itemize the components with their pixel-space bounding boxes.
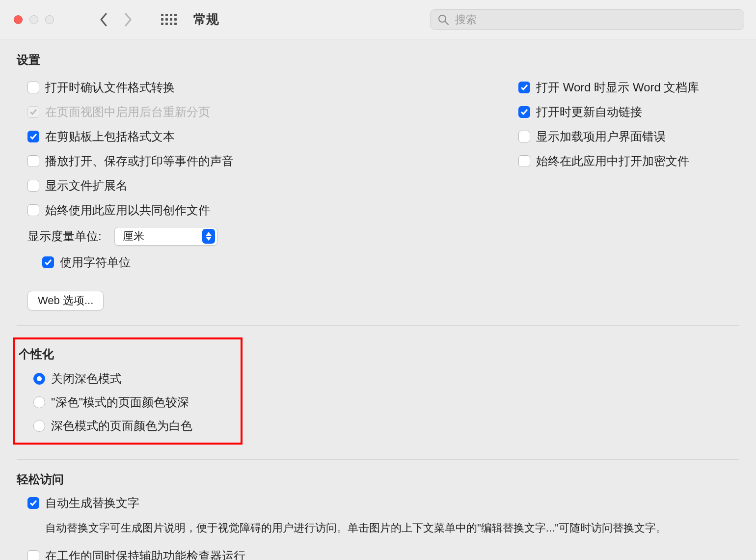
select-value: 厘米 xyxy=(123,229,144,244)
nav-arrows xyxy=(98,14,134,26)
radio-label: "深色"模式的页面颜色较深 xyxy=(51,394,189,410)
toolbar: 常规 xyxy=(0,0,756,39)
radio-label: 关闭深色模式 xyxy=(51,371,122,387)
checkbox-label: 在剪贴板上包括格式文本 xyxy=(45,129,175,144)
checkbox-label: 打开时确认文件格式转换 xyxy=(45,80,175,95)
checkbox[interactable] xyxy=(27,82,39,93)
setting-update-links[interactable]: 打开时更新自动链接 xyxy=(518,104,739,120)
forward-button[interactable] xyxy=(122,14,134,26)
checkbox-label: 显示文件扩展名 xyxy=(45,178,128,194)
setting-background-repagination: 在页面视图中启用后台重新分页 xyxy=(27,104,507,120)
content: 设置 打开时确认文件格式转换 在页面视图中启用后台重新分页 在剪贴板上包括格式文… xyxy=(0,39,756,560)
checkbox[interactable] xyxy=(518,131,530,142)
checkbox[interactable] xyxy=(518,155,530,167)
settings-right-column: 打开 Word 时显示 Word 文档库 打开时更新自动链接 显示加载项用户界面… xyxy=(518,76,739,310)
checkbox[interactable] xyxy=(27,155,39,167)
window-controls xyxy=(14,15,54,24)
maximize-window-button[interactable] xyxy=(45,15,54,24)
radio-dark-page-dark[interactable]: "深色"模式的页面颜色较深 xyxy=(33,394,236,410)
checkbox-label: 显示加载项用户界面错误 xyxy=(536,129,666,144)
setting-keep-accessibility-checker[interactable]: 在工作的同时保持辅助功能检查器运行 xyxy=(27,548,739,560)
checkbox-label: 在工作的同时保持辅助功能检查器运行 xyxy=(45,548,245,560)
radio-dark-page-white[interactable]: 深色模式的页面颜色为白色 xyxy=(33,418,236,434)
radio[interactable] xyxy=(33,396,45,408)
checkbox-label: 使用字符单位 xyxy=(60,254,131,270)
section-title-accessibility: 轻松访问 xyxy=(17,472,739,487)
setting-show-extensions[interactable]: 显示文件扩展名 xyxy=(27,178,507,194)
setting-clipboard-formatted[interactable]: 在剪贴板上包括格式文本 xyxy=(27,129,507,144)
search-icon xyxy=(437,14,449,26)
divider xyxy=(17,459,739,460)
checkbox-label: 始终使用此应用以共同创作文件 xyxy=(45,202,210,218)
checkbox[interactable] xyxy=(42,256,54,268)
checkbox-label: 自动生成替换文字 xyxy=(45,495,139,511)
settings-left-column: 打开时确认文件格式转换 在页面视图中启用后台重新分页 在剪贴板上包括格式文本 播… xyxy=(17,76,507,310)
checkbox-label: 在页面视图中启用后台重新分页 xyxy=(45,104,210,120)
updown-icon xyxy=(202,229,215,244)
setting-measurement-unit: 显示度量单位: 厘米 xyxy=(27,227,507,246)
svg-line-1 xyxy=(445,21,448,25)
web-options-button[interactable]: Web 选项... xyxy=(27,291,104,310)
search-box[interactable] xyxy=(430,9,744,30)
radio[interactable] xyxy=(33,420,45,432)
radio-dark-off[interactable]: 关闭深色模式 xyxy=(33,371,236,387)
checkbox-label: 打开 Word 时显示 Word 文档库 xyxy=(536,80,699,95)
apps-grid-button[interactable] xyxy=(161,14,177,25)
chevron-left-icon xyxy=(99,12,109,27)
section-title-personalization: 个性化 xyxy=(19,346,236,362)
svg-marker-3 xyxy=(206,237,212,241)
setting-open-encrypted[interactable]: 始终在此应用中打开加密文件 xyxy=(518,153,739,169)
personalization-section-highlight: 个性化 关闭深色模式 "深色"模式的页面颜色较深 深色模式的页面颜色为白色 xyxy=(13,337,243,445)
helper-text-auto-alt: 自动替换文字可生成图片说明，便于视觉障碍的用户进行访问。单击图片的上下文菜单中的… xyxy=(45,520,723,536)
checkbox[interactable] xyxy=(27,550,39,560)
section-title-settings: 设置 xyxy=(17,52,739,68)
radio-label: 深色模式的页面颜色为白色 xyxy=(51,418,192,434)
setting-play-sounds[interactable]: 播放打开、保存或打印等事件的声音 xyxy=(27,153,507,169)
minimize-window-button[interactable] xyxy=(29,15,38,24)
back-button[interactable] xyxy=(98,14,110,26)
setting-coauthor-files[interactable]: 始终使用此应用以共同创作文件 xyxy=(27,202,507,218)
measurement-select[interactable]: 厘米 xyxy=(114,227,217,246)
radio[interactable] xyxy=(33,373,45,385)
setting-auto-alt-text[interactable]: 自动生成替换文字 xyxy=(27,495,739,511)
checkbox[interactable] xyxy=(518,82,530,93)
search-input[interactable] xyxy=(455,13,737,26)
checkbox[interactable] xyxy=(27,131,39,142)
checkbox-label: 始终在此应用中打开加密文件 xyxy=(536,153,689,169)
setting-addin-ui-errors[interactable]: 显示加载项用户界面错误 xyxy=(518,129,739,144)
page-title: 常规 xyxy=(193,11,219,28)
settings-columns: 打开时确认文件格式转换 在页面视图中启用后台重新分页 在剪贴板上包括格式文本 播… xyxy=(17,76,739,310)
checkbox xyxy=(27,106,39,118)
checkbox-label: 播放打开、保存或打印等事件的声音 xyxy=(45,153,234,169)
button-label: Web 选项... xyxy=(38,293,93,308)
setting-use-char-unit[interactable]: 使用字符单位 xyxy=(42,254,507,270)
measure-label: 显示度量单位: xyxy=(27,228,102,244)
checkbox[interactable] xyxy=(27,204,39,216)
checkbox[interactable] xyxy=(27,497,39,509)
chevron-right-icon xyxy=(123,12,133,27)
svg-marker-2 xyxy=(206,232,212,236)
divider xyxy=(17,325,739,326)
close-window-button[interactable] xyxy=(14,15,23,24)
checkbox[interactable] xyxy=(518,106,530,118)
setting-confirm-conversion[interactable]: 打开时确认文件格式转换 xyxy=(27,80,507,95)
setting-show-gallery[interactable]: 打开 Word 时显示 Word 文档库 xyxy=(518,80,739,95)
checkbox-label: 打开时更新自动链接 xyxy=(536,104,642,120)
checkbox[interactable] xyxy=(27,180,39,192)
